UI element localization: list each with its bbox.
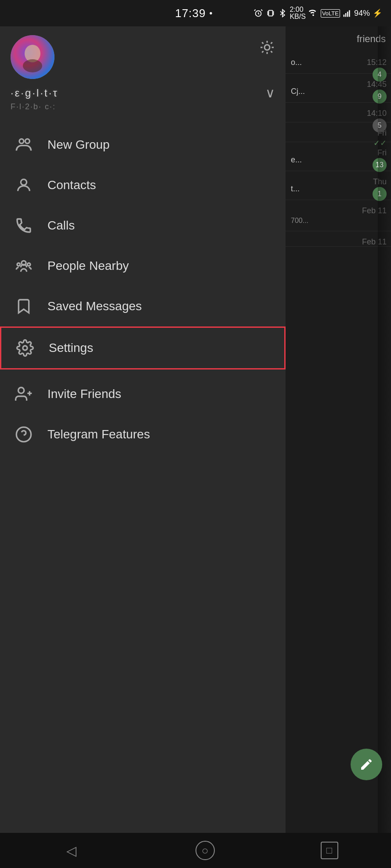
profile-name-row: ·ε·g·l·t·τ ∨ <box>11 85 275 100</box>
svg-line-19 <box>271 42 272 43</box>
chat-item-6[interactable]: t... Thu 1 <box>286 171 391 200</box>
menu-item-calls[interactable]: Calls <box>0 205 286 246</box>
chat-item-8[interactable]: Feb 11 <box>286 231 391 247</box>
vibrate-icon <box>266 8 275 18</box>
svg-point-26 <box>23 346 27 350</box>
svg-point-27 <box>18 387 24 393</box>
menu-item-new-group[interactable]: New Group <box>0 125 286 165</box>
chat-time-3: 14:10 <box>367 109 387 118</box>
right-panel: friends o... 15:12 4 Cj... 14:45 9 14:10… <box>286 26 391 833</box>
svg-line-18 <box>262 51 263 52</box>
chat-item-4[interactable]: Fri ✓✓ <box>286 122 391 142</box>
chevron-down-icon[interactable]: ∨ <box>265 85 275 100</box>
avatar-image <box>11 35 54 79</box>
svg-point-25 <box>27 263 30 266</box>
profile-right-icons <box>259 35 275 59</box>
group-icon <box>13 134 34 155</box>
profile-info: ·ε·g·l·t·τ ∨ F·l·2·b· c·: <box>11 85 275 111</box>
chat-item-1[interactable]: o... 15:12 4 <box>286 52 391 74</box>
chat-time-4: Fri <box>377 129 387 138</box>
menu-item-saved-messages[interactable]: Saved Messages <box>0 286 286 326</box>
recents-button[interactable]: □ <box>321 842 338 859</box>
compose-fab[interactable] <box>351 749 382 780</box>
chat-item-3[interactable]: 14:10 5 <box>286 103 391 122</box>
invite-friends-label: Invite Friends <box>47 387 121 401</box>
chat-item-7[interactable]: Feb 11 700... <box>286 200 391 231</box>
drawer: ·ε·g·l·t·τ ∨ F·l·2·b· c·: New Group <box>0 26 286 833</box>
chat-time-5: Fri <box>377 148 387 158</box>
menu-item-people-nearby[interactable]: People Nearby <box>0 246 286 286</box>
phone-icon <box>13 215 34 236</box>
profile-section: ·ε·g·l·t·τ ∨ F·l·2·b· c·: <box>0 26 286 120</box>
brightness-icon[interactable] <box>259 39 275 59</box>
badge-2: 9 <box>373 90 387 104</box>
profile-phone: F·l·2·b· c·: <box>11 102 275 111</box>
svg-line-14 <box>262 42 263 43</box>
profile-name: ·ε·g·l·t·τ <box>11 87 58 99</box>
svg-point-10 <box>11 35 54 79</box>
svg-rect-5 <box>347 12 348 17</box>
avatar[interactable] <box>11 35 54 79</box>
home-button[interactable]: ○ <box>196 841 215 860</box>
svg-point-22 <box>21 179 26 185</box>
nearby-icon <box>13 255 34 276</box>
status-bar: 17:39 • 2:00KB/S VoLTE 94% ⚡ <box>0 0 391 26</box>
add-person-icon <box>13 384 34 405</box>
person-icon <box>13 175 34 196</box>
svg-point-24 <box>17 263 20 266</box>
badge-5: 13 <box>373 158 387 172</box>
menu-list: New Group Contacts Ca <box>0 120 286 833</box>
chat-item-5[interactable]: e... Fri 13 <box>286 142 391 171</box>
wifi-icon <box>308 8 318 18</box>
chat-time-6: Thu <box>373 177 387 187</box>
menu-item-telegram-features[interactable]: Telegram Features <box>0 414 286 455</box>
svg-rect-6 <box>349 10 350 17</box>
data-speed: 2:00KB/S <box>290 6 305 20</box>
chat-name-1: o... <box>291 58 344 67</box>
battery-bolt: ⚡ <box>373 8 382 18</box>
chat-time-7: Feb 11 <box>362 206 387 215</box>
calls-label: Calls <box>47 219 75 233</box>
battery-percent: 94% <box>354 9 370 18</box>
status-dot: • <box>210 8 213 18</box>
svg-line-15 <box>271 51 272 52</box>
contacts-label: Contacts <box>47 178 96 192</box>
chat-list-header: friends <box>286 26 391 52</box>
chat-time-1: 15:12 <box>367 58 387 67</box>
volte-icon: VoLTE <box>321 9 340 18</box>
menu-item-contacts[interactable]: Contacts <box>0 165 286 205</box>
saved-messages-label: Saved Messages <box>47 299 142 313</box>
telegram-features-label: Telegram Features <box>47 427 150 441</box>
bottom-nav: ◁ ○ □ <box>0 833 391 868</box>
bookmark-icon <box>13 296 34 317</box>
status-icons: 2:00KB/S VoLTE 94% ⚡ <box>253 6 382 20</box>
bluetooth-icon <box>278 9 287 18</box>
menu-item-invite-friends[interactable]: Invite Friends <box>0 374 286 414</box>
back-button[interactable]: ◁ <box>53 839 90 863</box>
menu-item-settings[interactable]: Settings <box>0 326 286 369</box>
chat-time-8: Feb 11 <box>362 237 387 247</box>
svg-point-11 <box>264 45 270 50</box>
new-group-label: New Group <box>47 138 110 152</box>
chat-time-2: 14:45 <box>367 80 387 89</box>
signal-icon <box>343 9 351 18</box>
people-nearby-label: People Nearby <box>47 259 129 273</box>
svg-point-2 <box>312 14 314 16</box>
profile-top <box>11 35 275 79</box>
help-icon <box>13 424 34 445</box>
main-container: ·ε·g·l·t·τ ∨ F·l·2·b· c·: New Group <box>0 26 391 833</box>
chat-name-5: e... <box>291 155 344 165</box>
gear-icon <box>14 337 36 359</box>
svg-point-21 <box>25 139 29 143</box>
svg-rect-3 <box>344 14 345 17</box>
svg-rect-4 <box>345 13 347 17</box>
alarm-icon <box>253 8 263 18</box>
avatar-svg <box>11 35 54 79</box>
svg-point-20 <box>19 139 24 143</box>
badge-6: 1 <box>373 187 387 201</box>
svg-rect-1 <box>269 11 273 16</box>
status-time: 17:39 <box>175 7 206 20</box>
chat-name-2: Cj... <box>291 87 344 96</box>
settings-label: Settings <box>49 341 93 355</box>
chat-item-2[interactable]: Cj... 14:45 9 <box>286 74 391 103</box>
